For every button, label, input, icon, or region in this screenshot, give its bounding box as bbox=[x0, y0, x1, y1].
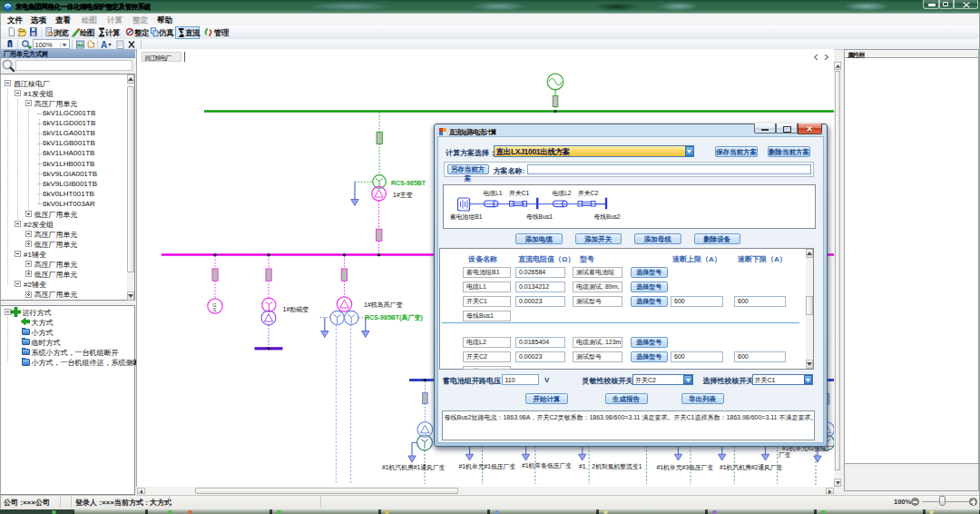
svg-text:RCS-985BT: RCS-985BT bbox=[391, 180, 426, 186]
svg-text:#1机汽机房#2通风厂变: #1机汽机房#2通风厂变 bbox=[720, 463, 783, 471]
svg-text:母线Bus1: 母线Bus1 bbox=[526, 213, 553, 219]
svg-text:厂变: 厂变 bbox=[779, 451, 791, 459]
svg-text:开关C2: 开关C2 bbox=[578, 190, 599, 196]
svg-text:1#励磁变: 1#励磁变 bbox=[283, 306, 309, 313]
svg-text:#1机单元#1低压厂变: #1机单元#1低压厂变 bbox=[459, 463, 516, 470]
svg-text:电缆L1: 电缆L1 bbox=[484, 190, 503, 197]
svg-text:电缆L2: 电缆L2 bbox=[553, 190, 572, 197]
svg-text:RCS-985BT(高厂变): RCS-985BT(高厂变) bbox=[365, 313, 423, 321]
svg-text:#1机汽机房#1通风厂变: #1机汽机房#1通风厂变 bbox=[382, 463, 446, 471]
svg-text:1#核岛高厂变: 1#核岛高厂变 bbox=[364, 301, 403, 309]
svg-text:1#主变: 1#主变 bbox=[393, 191, 413, 199]
svg-text:#1机常备低压厂变: #1机常备低压厂变 bbox=[522, 462, 572, 470]
svg-text:母线Bus2: 母线Bus2 bbox=[594, 213, 621, 219]
svg-text:蓄电池组B1: 蓄电池组B1 bbox=[450, 213, 483, 220]
svg-text:S: S bbox=[213, 307, 217, 312]
svg-text:开关C1: 开关C1 bbox=[509, 190, 530, 196]
svg-text:A: A bbox=[101, 40, 107, 49]
svg-text:#1、2机制氮机整流变1: #1、2机制氮机整流变1 bbox=[579, 463, 642, 470]
svg-text:#1机单元#3低压厂变: #1机单元#3低压厂变 bbox=[657, 464, 714, 471]
